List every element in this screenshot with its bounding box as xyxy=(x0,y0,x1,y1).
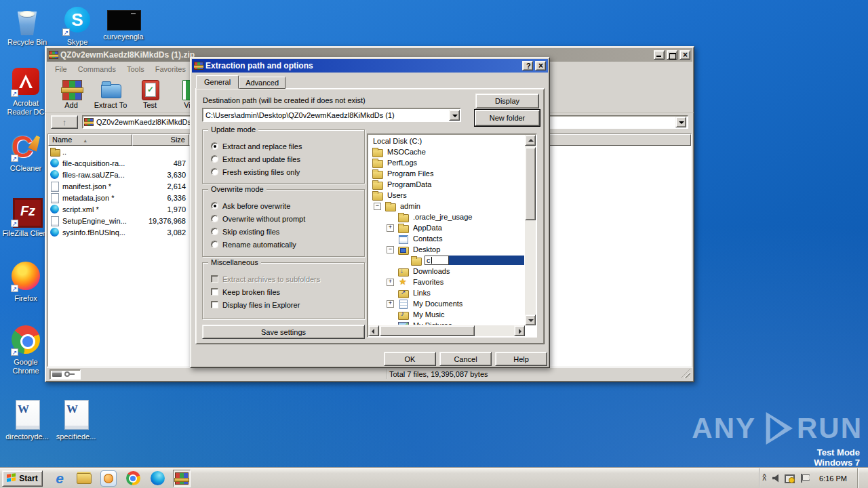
scroll-up-button[interactable] xyxy=(525,135,536,146)
tree-expander-icon[interactable] xyxy=(385,266,398,277)
radio-option[interactable]: Overwrite without prompt xyxy=(211,214,305,224)
tree-item[interactable]: AppData xyxy=(369,222,524,233)
tree-expander-icon[interactable] xyxy=(385,320,398,325)
tree-horizontal-scrollbar[interactable] xyxy=(368,325,525,336)
volume-icon[interactable] xyxy=(772,474,778,483)
tree-item[interactable]: Links xyxy=(369,287,524,298)
network-warning-icon[interactable] xyxy=(785,474,795,483)
new-folder-button[interactable]: New folder xyxy=(475,110,540,126)
tree-item[interactable]: My Pictures xyxy=(369,320,524,325)
action-center-flag-icon[interactable] xyxy=(801,474,809,483)
radio-option[interactable]: Extract and replace files xyxy=(211,141,302,151)
show-desktop-button[interactable] xyxy=(857,468,865,488)
dialog-close-button[interactable] xyxy=(535,61,546,70)
tray-chevron-icon[interactable]: ^ ^ xyxy=(762,475,766,482)
tree-expander-icon[interactable] xyxy=(385,233,398,244)
toolbar-button[interactable]: Add xyxy=(52,77,90,111)
start-button[interactable]: Start xyxy=(2,470,43,487)
menu-item[interactable]: Tools xyxy=(121,64,150,74)
tree-item[interactable]: .oracle_jre_usage xyxy=(369,211,524,222)
tree-item[interactable]: Program Files xyxy=(369,168,524,179)
desktop-icon[interactable]: ↗ Firefox xyxy=(1,260,50,303)
tree-expander-icon[interactable] xyxy=(385,222,398,233)
menu-item[interactable]: Favorites xyxy=(150,64,191,74)
taskbar-app-button[interactable] xyxy=(173,470,191,487)
tree-item[interactable]: Desktop xyxy=(369,244,524,255)
scroll-right-button[interactable] xyxy=(514,325,525,336)
desktop-icon[interactable]: ↗ CCleaner xyxy=(1,130,50,173)
tree-expander-icon[interactable] xyxy=(385,244,398,255)
tree-expander-icon[interactable] xyxy=(385,298,398,309)
help-button[interactable]: Help xyxy=(495,352,547,366)
taskbar: Start ^ ^ 6:16 PM xyxy=(0,468,868,488)
close-button[interactable] xyxy=(679,50,690,60)
toolbar-button[interactable]: Test xyxy=(131,77,169,111)
desktop-icon[interactable]: ↗ curveyengla xyxy=(99,4,148,41)
scroll-left-button[interactable] xyxy=(368,325,379,336)
desktop-icon[interactable]: ↗ specifiede... xyxy=(52,399,100,441)
tab-general[interactable]: General xyxy=(196,75,239,89)
tree-item[interactable]: Local Disk (C:) xyxy=(369,136,524,146)
resize-grip[interactable] xyxy=(681,369,690,378)
column-header-name[interactable]: Name xyxy=(48,134,132,146)
tree-item[interactable]: PerfLogs xyxy=(369,157,524,168)
destination-dropdown-button[interactable] xyxy=(449,110,460,121)
taskbar-app-button[interactable] xyxy=(51,470,68,487)
horizontal-scroll-thumb[interactable] xyxy=(380,325,475,336)
up-directory-button[interactable] xyxy=(51,115,78,129)
tray-clock[interactable]: 6:16 PM xyxy=(815,474,851,483)
radio-option[interactable]: Skip existing files xyxy=(211,226,279,237)
cancel-button[interactable]: Cancel xyxy=(439,352,492,366)
desktop-icon[interactable]: ↗ Skype xyxy=(53,4,102,47)
help-titlebar-button[interactable] xyxy=(522,61,533,70)
desktop-icon[interactable]: ↗ directoryde... xyxy=(3,399,52,441)
checkbox-option[interactable]: Display files in Explorer xyxy=(211,300,300,310)
save-settings-button[interactable]: Save settings xyxy=(202,325,365,339)
desktop-icon[interactable]: ↗ Acrobat Reader DC xyxy=(1,65,50,117)
column-header-size[interactable]: Size xyxy=(132,134,189,146)
radio-option[interactable]: Ask before overwrite xyxy=(211,201,290,211)
tree-item[interactable]: Contacts xyxy=(369,233,524,244)
scroll-down-button[interactable] xyxy=(525,314,536,325)
radio-option[interactable]: Extract and update files xyxy=(211,154,300,164)
tree-item[interactable]: ProgramData xyxy=(369,179,524,190)
tree-item[interactable]: admin xyxy=(369,201,524,211)
taskbar-app-button[interactable] xyxy=(124,470,142,487)
menu-item[interactable]: Commands xyxy=(73,64,121,74)
tree-item[interactable]: Downloads xyxy=(369,266,524,277)
radio-option[interactable]: Rename automatically xyxy=(211,239,296,249)
tree-expander-icon[interactable] xyxy=(398,255,411,266)
ok-button[interactable]: OK xyxy=(384,352,436,366)
tree-item[interactable]: My Music xyxy=(369,309,524,320)
menu-item[interactable]: File xyxy=(50,64,73,74)
checkbox-option[interactable]: Keep broken files xyxy=(211,287,280,297)
taskbar-app-button[interactable] xyxy=(75,470,93,487)
radio-option[interactable]: Fresh existing files only xyxy=(211,167,300,177)
toolbar-button[interactable]: Extract To xyxy=(92,77,130,111)
toolbar-button-label: Extract To xyxy=(94,101,127,109)
minimize-button[interactable] xyxy=(654,50,665,60)
tree-item[interactable]: Users xyxy=(369,190,524,201)
tree-item[interactable]: c xyxy=(369,255,524,266)
desktop-icon[interactable]: ↗ FileZilla Client xyxy=(1,195,50,238)
tree-item[interactable]: My Documents xyxy=(369,298,524,309)
tree-vertical-scrollbar[interactable] xyxy=(525,135,536,325)
vertical-scroll-thumb[interactable] xyxy=(525,147,536,220)
desktop-icon[interactable]: ↗ Google Chrome xyxy=(1,324,50,375)
destination-path-combo[interactable]: C:\Users\admin\Desktop\QZ0v2ewmKaedzl8Ki… xyxy=(202,108,461,122)
taskbar-app-button[interactable] xyxy=(100,470,117,487)
tree-expander-icon[interactable] xyxy=(385,309,398,320)
tree-expander-icon[interactable] xyxy=(385,287,398,298)
tab-advanced[interactable]: Advanced xyxy=(239,77,285,89)
tree-expander-icon[interactable] xyxy=(385,211,398,222)
checkbox-option[interactable]: Extract archives to subfolders xyxy=(211,274,320,284)
tree-expander-icon[interactable] xyxy=(385,277,398,287)
tree-item[interactable]: MSOCache xyxy=(369,146,524,157)
address-dropdown-button[interactable] xyxy=(675,117,686,127)
display-button[interactable]: Display xyxy=(475,94,539,108)
maximize-button[interactable] xyxy=(667,50,677,60)
tree-item[interactable]: Favorites xyxy=(369,277,524,287)
tree-expander-icon[interactable] xyxy=(372,201,385,211)
taskbar-app-button[interactable] xyxy=(149,470,166,487)
desktop-icon[interactable]: ↗ Recycle Bin xyxy=(3,4,52,47)
